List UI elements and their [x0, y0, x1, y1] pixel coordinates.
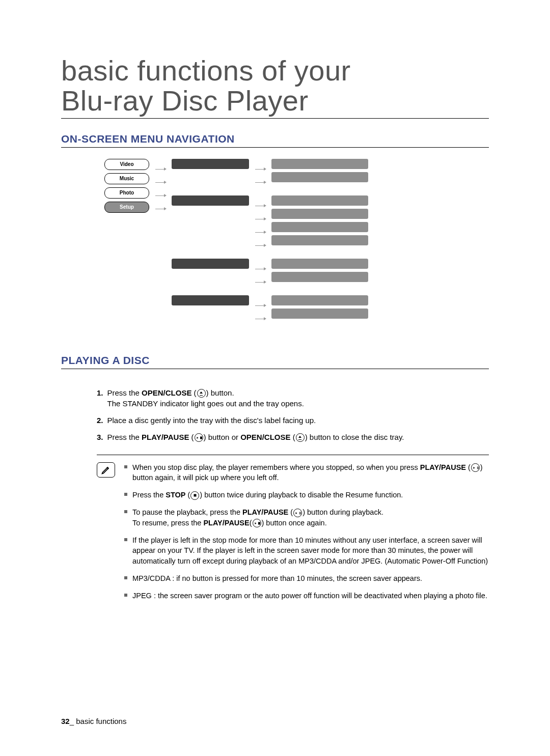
bullet-icon	[124, 594, 127, 597]
arrow-icon	[155, 204, 166, 214]
section-heading-nav: ON-SCREEN MENU NAVIGATION	[61, 133, 489, 148]
page-title: basic functions of your Blu-ray Disc Pla…	[61, 56, 489, 119]
arrow-icon	[255, 277, 265, 287]
option-bar	[271, 235, 368, 245]
diagram-group	[172, 159, 368, 187]
bullet-icon	[124, 538, 127, 541]
bullet-icon	[124, 510, 127, 513]
step-item: 1.Press the OPEN/CLOSE () button.The STA…	[97, 387, 489, 409]
submenu-bar	[172, 159, 249, 169]
submenu-bar	[172, 295, 249, 305]
option-bar	[271, 259, 368, 269]
arrow-icon	[255, 201, 265, 211]
step-number: 3.	[97, 432, 103, 442]
bold-text: PLAY/PAUSE	[142, 433, 189, 441]
notes-list: When you stop disc play, the player reme…	[124, 462, 489, 608]
menu-item-video: Video	[104, 159, 149, 170]
playpause-icon	[253, 519, 261, 527]
option-stack	[271, 259, 368, 282]
step-number: 2.	[97, 415, 103, 426]
bold-text: PLAY/PAUSE	[242, 508, 288, 516]
bold-text: STOP	[166, 491, 185, 499]
arrow-icon	[255, 300, 265, 311]
bullet-icon	[124, 576, 127, 579]
menu-column: VideoMusicPhotoSetup	[104, 159, 149, 324]
option-bar	[271, 172, 368, 182]
note-item: JPEG : the screen saver program or the a…	[124, 591, 489, 601]
note-text: When you stop disc play, the player reme…	[132, 462, 489, 483]
arrow-icon	[255, 314, 265, 324]
playpause-icon	[293, 509, 302, 517]
option-bar	[271, 195, 368, 206]
note-text: To pause the playback, press the PLAY/PA…	[132, 507, 383, 528]
option-bar	[271, 272, 368, 282]
menu-diagram: VideoMusicPhotoSetup	[104, 159, 489, 324]
eject-icon	[197, 389, 206, 398]
option-bar	[271, 309, 368, 319]
arrow-icon	[255, 264, 265, 274]
note-text: JPEG : the screen saver program or the a…	[132, 591, 487, 601]
arrow-icon	[255, 164, 265, 174]
note-item: MP3/CDDA : if no button is pressed for m…	[124, 573, 489, 583]
notes-section: When you stop disc play, the player reme…	[97, 462, 489, 608]
option-stack	[271, 295, 368, 319]
notes-divider	[97, 455, 489, 455]
note-text: MP3/CDDA : if no button is pressed for m…	[132, 573, 422, 583]
arrow-icon	[255, 227, 265, 237]
step-number: 1.	[97, 387, 103, 409]
option-stack	[271, 159, 368, 182]
diagram-group	[172, 195, 368, 250]
diagram-groups	[172, 159, 368, 324]
eject-icon	[296, 433, 305, 442]
diagram-group	[172, 259, 368, 287]
page-number: 32	[61, 717, 70, 725]
submenu-bar	[172, 195, 249, 206]
bullet-icon	[124, 493, 127, 496]
note-text: Press the STOP () button twice during pl…	[132, 490, 403, 500]
steps-list: 1.Press the OPEN/CLOSE () button.The STA…	[97, 387, 489, 442]
arrow-icon	[155, 177, 166, 187]
note-icon	[97, 462, 115, 478]
option-bar	[271, 222, 368, 232]
menu-item-photo: Photo	[104, 187, 149, 199]
option-bar	[271, 209, 368, 219]
group-arrows	[255, 259, 265, 287]
note-text: If the player is left in the stop mode f…	[132, 535, 489, 566]
menu-item-setup: Setup	[104, 202, 149, 213]
section-heading-play: PLAYING A DISC	[61, 354, 489, 369]
note-item: When you stop disc play, the player reme…	[124, 462, 489, 483]
menu-arrows	[155, 159, 166, 324]
arrow-icon	[255, 214, 265, 224]
group-arrows	[255, 295, 265, 324]
arrow-icon	[255, 177, 265, 187]
submenu-bar	[172, 259, 249, 269]
bold-text: OPEN/CLOSE	[142, 388, 191, 397]
page-footer: 32_ basic functions	[61, 717, 126, 725]
group-arrows	[255, 159, 265, 187]
step-text: Press the PLAY/PAUSE () button or OPEN/C…	[107, 432, 404, 442]
bold-text: PLAY/PAUSE	[203, 519, 249, 527]
bold-text: OPEN/CLOSE	[240, 433, 290, 441]
option-bar	[271, 159, 368, 169]
stop-icon	[190, 491, 199, 500]
bullet-icon	[124, 465, 127, 468]
title-line-2: Blu-ray Disc Player	[61, 85, 309, 117]
playpause-icon	[195, 433, 203, 442]
option-stack	[271, 195, 368, 245]
menu-item-music: Music	[104, 173, 149, 184]
step-text: Press the OPEN/CLOSE () button.The STAND…	[107, 387, 304, 409]
note-item: To pause the playback, press the PLAY/PA…	[124, 507, 489, 528]
group-arrows	[255, 195, 265, 250]
bold-text: PLAY/PAUSE	[420, 463, 466, 471]
arrow-icon	[255, 240, 265, 250]
step-text: Place a disc gently into the tray with t…	[107, 415, 316, 426]
option-bar	[271, 295, 368, 305]
arrow-icon	[155, 164, 166, 174]
title-line-1: basic functions of your	[61, 54, 351, 87]
playpause-icon	[471, 463, 480, 472]
note-item: If the player is left in the stop mode f…	[124, 535, 489, 566]
footer-text: _ basic functions	[70, 717, 127, 725]
step-item: 3.Press the PLAY/PAUSE () button or OPEN…	[97, 432, 489, 442]
step-item: 2.Place a disc gently into the tray with…	[97, 415, 489, 426]
diagram-group	[172, 295, 368, 324]
